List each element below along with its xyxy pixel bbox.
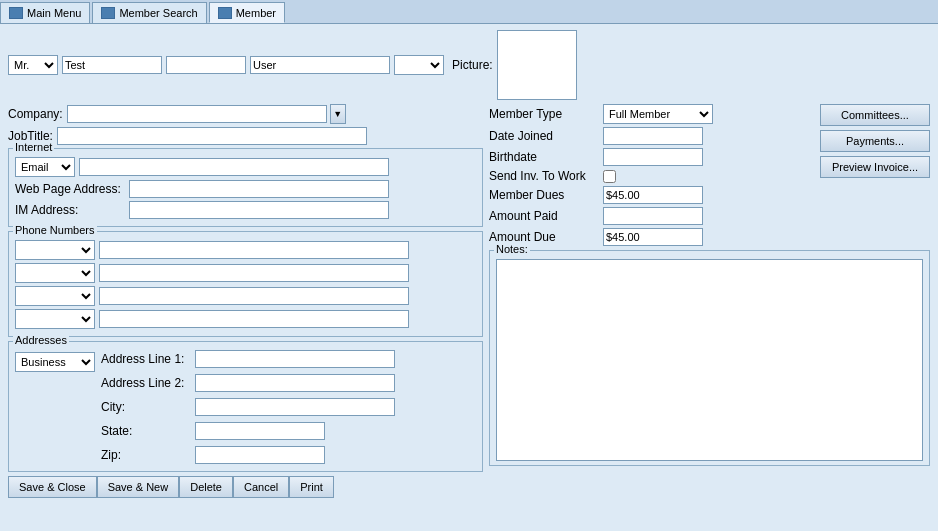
middle-name-input[interactable] <box>166 56 246 74</box>
member-dues-label: Member Dues <box>489 188 599 202</box>
action-btn-bar: Save & Close Save & New Delete Cancel Pr… <box>8 476 483 498</box>
state-label: State: <box>101 424 191 438</box>
birthdate-input[interactable] <box>603 148 703 166</box>
phone-number-1[interactable] <box>99 241 409 259</box>
amount-paid-row: Amount Paid <box>489 207 808 225</box>
send-inv-row: Send Inv. To Work <box>489 169 808 183</box>
email-row: Email Web Other <box>15 157 476 177</box>
tab-member-label: Member <box>236 7 276 19</box>
zip-row: Zip: <box>101 446 395 464</box>
phone-number-2[interactable] <box>99 264 409 282</box>
member-icon <box>218 7 232 19</box>
phone-row-1 <box>15 240 476 260</box>
notes-textarea[interactable] <box>496 259 923 461</box>
company-label: Company: <box>8 107 63 121</box>
phone-type-1[interactable] <box>15 240 95 260</box>
jobtitle-input[interactable] <box>57 127 367 145</box>
payments-button[interactable]: Payments... <box>820 130 930 152</box>
date-joined-input[interactable] <box>603 127 703 145</box>
phone-number-4[interactable] <box>99 310 409 328</box>
preview-invoice-button[interactable]: Preview Invoice... <box>820 156 930 178</box>
send-inv-label: Send Inv. To Work <box>489 169 599 183</box>
amount-due-input[interactable] <box>603 228 703 246</box>
city-row: City: <box>101 398 395 416</box>
im-label: IM Address: <box>15 203 125 217</box>
committees-button[interactable]: Committees... <box>820 104 930 126</box>
address-line1-row: Address Line 1: <box>101 350 395 368</box>
phone-row-3 <box>15 286 476 306</box>
address-line2-row: Address Line 2: <box>101 374 395 392</box>
phone-type-4[interactable] <box>15 309 95 329</box>
internet-legend: Internet <box>13 141 54 153</box>
salutation-select[interactable]: Mr. Mrs. Ms. Dr. <box>8 55 58 75</box>
save-close-button[interactable]: Save & Close <box>8 476 97 498</box>
birthdate-label: Birthdate <box>489 150 599 164</box>
tab-bar: Main Menu Member Search Member <box>0 0 938 24</box>
tab-main-menu-label: Main Menu <box>27 7 81 19</box>
company-row: Company: ▼ <box>8 104 483 124</box>
member-search-icon <box>101 7 115 19</box>
zip-input[interactable] <box>195 446 325 464</box>
email-input[interactable] <box>79 158 389 176</box>
tab-member-search-label: Member Search <box>119 7 197 19</box>
notes-legend: Notes: <box>494 243 530 255</box>
two-col-layout: Company: ▼ JobTitle: Internet Email Web … <box>8 104 930 498</box>
tab-member[interactable]: Member <box>209 2 285 23</box>
name-row: Mr. Mrs. Ms. Dr. Jr. Sr. Picture: <box>8 30 930 100</box>
suffix-select[interactable]: Jr. Sr. <box>394 55 444 75</box>
address-line2-input[interactable] <box>195 374 395 392</box>
phone-type-3[interactable] <box>15 286 95 306</box>
tab-member-search[interactable]: Member Search <box>92 2 206 23</box>
date-joined-label: Date Joined <box>489 129 599 143</box>
jobtitle-row: JobTitle: <box>8 127 483 145</box>
webpage-row: Web Page Address: <box>15 180 476 198</box>
cancel-button[interactable]: Cancel <box>233 476 289 498</box>
amount-paid-input[interactable] <box>603 207 703 225</box>
save-new-button[interactable]: Save & New <box>97 476 180 498</box>
delete-button[interactable]: Delete <box>179 476 233 498</box>
first-name-input[interactable] <box>62 56 162 74</box>
zip-label: Zip: <box>101 448 191 462</box>
address-line2-label: Address Line 2: <box>101 376 191 390</box>
company-dropdown-btn[interactable]: ▼ <box>330 104 346 124</box>
webpage-label: Web Page Address: <box>15 182 125 196</box>
addresses-legend: Addresses <box>13 334 69 346</box>
address-type-select[interactable]: Business Home Other <box>15 352 95 372</box>
member-dues-input[interactable] <box>603 186 703 204</box>
member-type-select[interactable]: Full Member Associate Honorary <box>603 104 713 124</box>
im-input[interactable] <box>129 201 389 219</box>
left-column: Company: ▼ JobTitle: Internet Email Web … <box>8 104 483 498</box>
main-menu-icon <box>9 7 23 19</box>
amount-paid-label: Amount Paid <box>489 209 599 223</box>
email-type-select[interactable]: Email Web Other <box>15 157 75 177</box>
city-label: City: <box>101 400 191 414</box>
date-joined-row: Date Joined <box>489 127 808 145</box>
phone-type-2[interactable] <box>15 263 95 283</box>
right-column: Member Type Full Member Associate Honora… <box>489 104 930 498</box>
company-input[interactable] <box>67 105 327 123</box>
city-input[interactable] <box>195 398 395 416</box>
phone-row-4 <box>15 309 476 329</box>
send-inv-checkbox[interactable] <box>603 170 616 183</box>
amount-due-row: Amount Due <box>489 228 808 246</box>
phone-number-3[interactable] <box>99 287 409 305</box>
birthdate-row: Birthdate <box>489 148 808 166</box>
phone-numbers-group: Phone Numbers <box>8 231 483 337</box>
address-line1-input[interactable] <box>195 350 395 368</box>
tab-main-menu[interactable]: Main Menu <box>0 2 90 23</box>
state-input[interactable] <box>195 422 325 440</box>
webpage-input[interactable] <box>129 180 389 198</box>
last-name-input[interactable] <box>250 56 390 74</box>
phone-numbers-legend: Phone Numbers <box>13 224 97 236</box>
side-buttons: Committees... Payments... Preview Invoic… <box>820 104 930 178</box>
phone-row-2 <box>15 263 476 283</box>
im-row: IM Address: <box>15 201 476 219</box>
member-fields: Member Type Full Member Associate Honora… <box>489 104 808 246</box>
internet-group: Internet Email Web Other Web Page Addres… <box>8 148 483 227</box>
amount-due-label: Amount Due <box>489 230 599 244</box>
member-type-row: Member Type Full Member Associate Honora… <box>489 104 808 124</box>
picture-label: Picture: <box>452 58 493 72</box>
address-line1-label: Address Line 1: <box>101 352 191 366</box>
print-button[interactable]: Print <box>289 476 334 498</box>
picture-box <box>497 30 577 100</box>
